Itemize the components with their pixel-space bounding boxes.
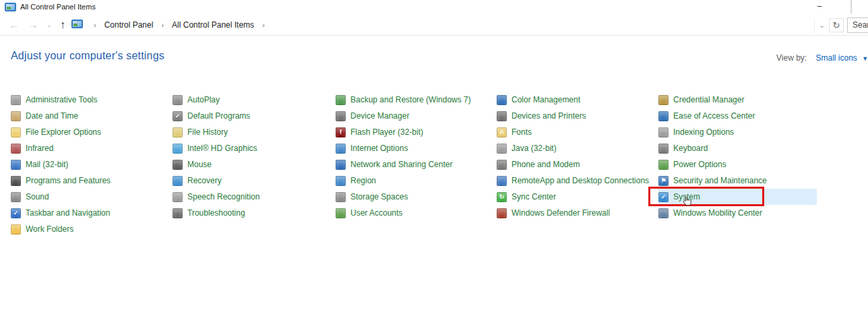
region-icon [336,176,346,186]
backup-and-restore-icon [336,95,346,105]
control-panel-item-security-and-maintenance[interactable]: ⚑Security and Maintenance [658,173,817,189]
item-label: Phone and Modem [512,160,580,169]
security-and-maintenance-icon: ⚑ [658,176,669,186]
remoteapp-icon [497,176,507,186]
control-panel-item-indexing-options[interactable]: Indexing Options [658,124,817,140]
chevron-down-icon[interactable]: ▼ [862,55,868,62]
power-options-icon [658,160,669,170]
control-panel-item-speech-recognition[interactable]: Speech Recognition [173,189,336,205]
taskbar-and-navigation-icon: ✓ [11,208,21,218]
control-panel-item-remoteapp-and-desktop-connections[interactable]: RemoteApp and Desktop Connections [497,173,658,189]
item-label: Speech Recognition [187,192,259,201]
control-panel-item-java-32-bit[interactable]: Java (32-bit) [497,140,658,156]
item-label: Programs and Features [26,176,111,185]
windows-mobility-center-icon [658,208,669,218]
item-label: Backup and Restore (Windows 7) [350,95,471,104]
device-manager-icon [336,111,346,121]
item-label: Security and Maintenance [673,176,767,185]
items-column-5: Credential ManagerEase of Access CenterI… [658,92,817,237]
control-panel-item-default-programs[interactable]: ✓Default Programs [173,108,336,124]
file-history-icon [173,127,183,137]
items-column-1: Administrative ToolsDate and TimeFile Ex… [11,92,173,237]
control-panel-item-mouse[interactable]: Mouse [173,156,336,173]
item-label: AutoPlay [187,95,220,104]
control-panel-item-system[interactable]: ✓System [658,189,817,205]
breadcrumb-control-panel-icon [71,20,83,28]
minimize-button[interactable]: – [811,1,828,13]
up-icon[interactable]: ↑ [55,18,70,32]
control-panel-item-programs-and-features[interactable]: Programs and Features [11,173,173,189]
breadcrumb-all-control-panel-items[interactable]: All Control Panel Items [170,20,256,30]
item-label: Internet Options [350,144,408,153]
breadcrumb-control-panel[interactable]: Control Panel [102,20,156,30]
control-panel-item-windows-defender-firewall[interactable]: Windows Defender Firewall [497,205,658,221]
sound-icon [11,192,21,202]
control-panel-item-infrared[interactable]: Infrared [11,140,173,156]
phone-and-modem-icon [497,160,507,170]
view-by-value[interactable]: Small icons [815,53,857,63]
address-dropdown-icon[interactable]: ⌄ [814,18,829,32]
item-label: Taskbar and Navigation [26,208,110,218]
view-by-control: View by: Small icons ▼ [776,53,868,63]
breadcrumb-chevron-icon: › [256,21,271,29]
intel-hd-graphics-icon [173,144,183,154]
forward-icon[interactable]: → [26,18,40,32]
control-panel-item-backup-and-restore-windows-7[interactable]: Backup and Restore (Windows 7) [336,92,497,108]
refresh-icon[interactable]: ↻ [829,18,844,32]
item-label: Power Options [673,160,726,169]
troubleshooting-icon [173,208,183,218]
control-panel-icon [5,3,16,11]
item-label: Storage Spaces [350,192,408,201]
item-label: Mouse [187,160,212,169]
ease-of-access-center-icon [658,111,669,121]
breadcrumb-chevron-icon: › [155,21,170,29]
recovery-icon [173,176,183,186]
control-panel-item-sync-center[interactable]: ↻Sync Center [497,189,658,205]
control-panel-item-storage-spaces[interactable]: Storage Spaces [336,189,497,205]
control-panel-item-ease-of-access-center[interactable]: Ease of Access Center [658,108,817,124]
control-panel-item-region[interactable]: Region [336,173,497,189]
item-label: Work Folders [26,224,73,234]
control-panel-item-recovery[interactable]: Recovery [173,173,336,189]
control-panel-item-network-and-sharing-center[interactable]: Network and Sharing Center [336,156,497,173]
item-label: Administrative Tools [26,95,98,104]
search-input[interactable]: Sear [847,18,868,33]
history-dropdown-icon[interactable]: ⌄ [42,18,57,32]
control-panel-item-date-and-time[interactable]: Date and Time [11,108,173,124]
item-label: User Accounts [350,208,402,218]
control-panel-item-file-history[interactable]: File History [173,124,336,140]
control-panel-item-keyboard[interactable]: Keyboard [658,140,817,156]
control-panel-item-internet-options[interactable]: Internet Options [336,140,497,156]
title-bar: All Control Panel Items – [0,0,868,15]
indexing-options-icon [658,127,669,137]
control-panel-item-user-accounts[interactable]: User Accounts [336,205,497,221]
control-panel-item-work-folders[interactable]: Work Folders [11,221,173,237]
control-panel-item-intel-hd-graphics[interactable]: Intel® HD Graphics [173,140,336,156]
control-panel-item-device-manager[interactable]: Device Manager [336,108,497,124]
item-label: Windows Mobility Center [673,208,762,218]
control-panel-item-file-explorer-options[interactable]: File Explorer Options [11,124,173,140]
item-label: Credential Manager [673,95,744,104]
control-panel-item-sound[interactable]: Sound [11,189,173,205]
control-panel-item-windows-mobility-center[interactable]: Windows Mobility Center [658,205,817,221]
control-panel-item-fonts[interactable]: AFonts [497,124,658,140]
administrative-tools-icon [11,95,21,105]
item-label: Troubleshooting [187,208,245,218]
control-panel-item-troubleshooting[interactable]: Troubleshooting [173,205,336,221]
control-panel-item-flash-player-32-bit[interactable]: fFlash Player (32-bit) [336,124,497,140]
control-panel-item-administrative-tools[interactable]: Administrative Tools [11,92,173,108]
control-panel-item-taskbar-and-navigation[interactable]: ✓Taskbar and Navigation [11,205,173,221]
control-panel-items-grid: Administrative ToolsDate and TimeFile Ex… [11,92,817,237]
control-panel-item-color-management[interactable]: Color Management [497,92,658,108]
control-panel-item-autoplay[interactable]: AutoPlay [173,92,336,108]
item-label: RemoteApp and Desktop Connections [512,176,649,185]
control-panel-item-devices-and-printers[interactable]: Devices and Printers [497,108,658,124]
control-panel-item-mail-32-bit[interactable]: Mail (32-bit) [11,156,173,173]
speech-recognition-icon [173,192,183,202]
fonts-icon: A [497,127,507,137]
item-label: System [673,192,700,201]
control-panel-item-phone-and-modem[interactable]: Phone and Modem [497,156,658,173]
back-icon[interactable]: ← [7,18,22,32]
control-panel-item-credential-manager[interactable]: Credential Manager [658,92,817,108]
control-panel-item-power-options[interactable]: Power Options [658,156,817,173]
